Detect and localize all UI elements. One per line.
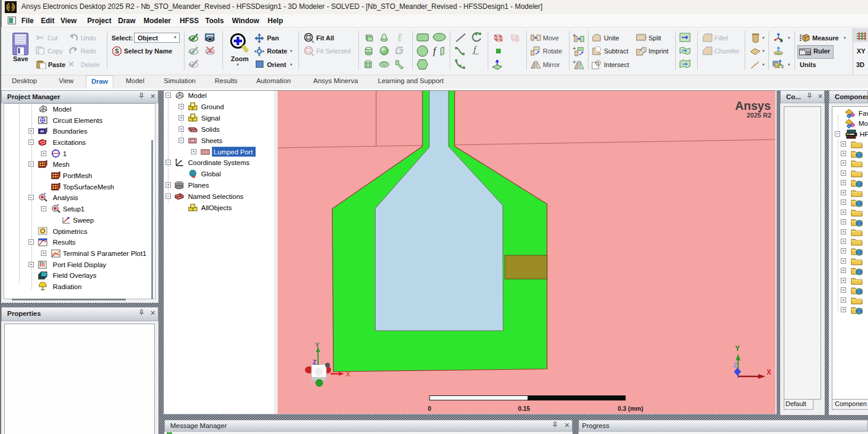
svg-text:Y: Y — [315, 341, 320, 349]
svg-text:S: S — [115, 48, 119, 55]
svg-text:X: X — [767, 368, 771, 376]
svg-text:0.15: 0.15 — [518, 405, 530, 412]
svg-text:0: 0 — [428, 405, 431, 412]
svg-text:Y: Y — [735, 344, 740, 353]
svg-text:0.3 (mm): 0.3 (mm) — [618, 405, 643, 412]
svg-text:Z: Z — [733, 362, 737, 369]
svg-text:Z: Z — [313, 359, 316, 366]
svg-text:f: f — [473, 45, 477, 54]
svg-text:+: + — [573, 59, 576, 65]
svg-text:X: X — [346, 370, 351, 378]
svg-text:2025 R2: 2025 R2 — [746, 112, 771, 119]
svg-text:w: w — [192, 175, 196, 178]
svg-text:f: f — [433, 46, 437, 56]
svg-text:Ansys: Ansys — [735, 99, 771, 112]
